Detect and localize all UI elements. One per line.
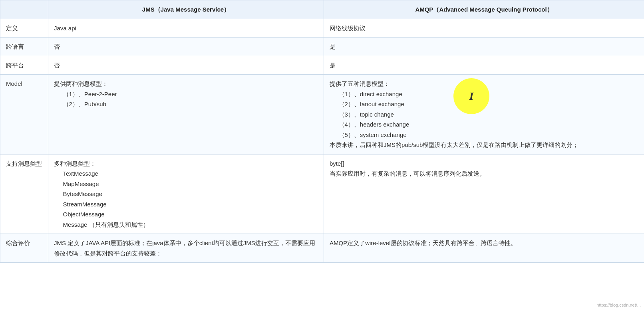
row-label-cross-platform: 跨平台 bbox=[0, 56, 48, 75]
row-amqp-msg-type: byte[] 当实际应用时，有复杂的消息，可以将消息序列化后发送。 bbox=[324, 154, 644, 234]
row-amqp-cross-lang: 是 bbox=[324, 38, 644, 56]
table-row: 跨平台 否 是 bbox=[0, 56, 644, 75]
amqp-model-item-3: （3）、topic change bbox=[330, 109, 638, 120]
header-label bbox=[0, 0, 48, 19]
row-label-definition: 定义 bbox=[0, 19, 48, 38]
amqp-msg-title: byte[] bbox=[330, 160, 344, 167]
jms-msg-item-2: MapMessage bbox=[54, 179, 318, 189]
row-amqp-cross-platform: 是 bbox=[324, 56, 644, 75]
row-jms-summary: JMS 定义了JAVA API层面的标准；在java体系中，多个client均可… bbox=[48, 234, 324, 263]
header-jms: JMS（Java Message Service） bbox=[48, 0, 324, 19]
table-row: 跨语言 否 是 bbox=[0, 38, 644, 56]
row-jms-cross-platform: 否 bbox=[48, 56, 324, 75]
jms-msg-item-3: BytesMessage bbox=[54, 189, 318, 199]
table-row: 定义 Java api 网络线级协议 bbox=[0, 19, 644, 38]
jms-msg-title: 多种消息类型： bbox=[54, 160, 96, 167]
jms-msg-item-4: StreamMessage bbox=[54, 199, 318, 210]
jms-msg-item-5: ObjectMessage bbox=[54, 209, 318, 220]
table-row: 综合评价 JMS 定义了JAVA API层面的标准；在java体系中，多个cli… bbox=[0, 234, 644, 263]
amqp-model-item-5: （5）、system exchange bbox=[330, 130, 638, 140]
row-jms-cross-lang: 否 bbox=[48, 38, 324, 56]
header-amqp: AMQP（Advanced Message Queuing Protocol） bbox=[324, 0, 644, 19]
jms-model-item-1: （1）、Peer-2-Peer bbox=[54, 89, 318, 99]
amqp-msg-note: 当实际应用时，有复杂的消息，可以将消息序列化后发送。 bbox=[330, 170, 485, 177]
row-label-cross-lang: 跨语言 bbox=[0, 38, 48, 56]
amqp-model-item-1: （1）、direct exchange bbox=[330, 89, 638, 99]
row-amqp-model: 提供了五种消息模型： （1）、direct exchange （2）、fanou… bbox=[324, 75, 644, 154]
table-row: Model 提供两种消息模型： （1）、Peer-2-Peer （2）、Pub/… bbox=[0, 75, 644, 154]
amqp-model-item-2: （2）、fanout exchange bbox=[330, 99, 638, 109]
jms-msg-item-1: TextMessage bbox=[54, 168, 318, 179]
watermark: https://blog.csdn.net/... bbox=[596, 303, 641, 307]
row-label-msg-type: 支持消息类型 bbox=[0, 154, 48, 234]
table-wrapper: I JMS（Java Message Service） AMQP（Advance… bbox=[0, 0, 644, 309]
row-jms-msg-type: 多种消息类型： TextMessage MapMessage BytesMess… bbox=[48, 154, 324, 234]
row-amqp-definition: 网络线级协议 bbox=[324, 19, 644, 38]
table-row: 支持消息类型 多种消息类型： TextMessage MapMessage By… bbox=[0, 154, 644, 234]
jms-model-title: 提供两种消息模型： bbox=[54, 80, 108, 87]
row-label-summary: 综合评价 bbox=[0, 234, 48, 263]
comparison-table: JMS（Java Message Service） AMQP（Advanced … bbox=[0, 0, 644, 263]
jms-model-item-2: （2）、Pub/sub bbox=[54, 99, 318, 109]
row-jms-definition: Java api bbox=[48, 19, 324, 38]
jms-msg-item-6: Message （只有消息头和属性） bbox=[54, 220, 318, 230]
amqp-model-item-4: （4）、headers exchange bbox=[330, 119, 638, 130]
row-jms-model: 提供两种消息模型： （1）、Peer-2-Peer （2）、Pub/sub bbox=[48, 75, 324, 154]
row-amqp-summary: AMQP定义了wire-level层的协议标准；天然具有跨平台、跨语言特性。 bbox=[324, 234, 644, 263]
amqp-model-title: 提供了五种消息模型： bbox=[330, 80, 390, 87]
table-header-row: JMS（Java Message Service） AMQP（Advanced … bbox=[0, 0, 644, 19]
row-label-model: Model bbox=[0, 75, 48, 154]
amqp-model-note: 本质来讲，后四种和JMS的pub/sub模型没有太大差别，仅是在路由机制上做了更… bbox=[330, 141, 578, 148]
